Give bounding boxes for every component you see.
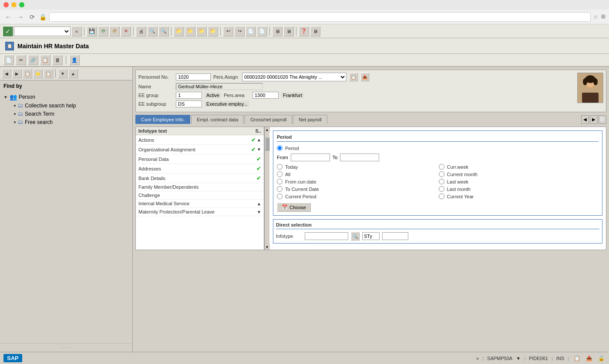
scroll-arrow-up[interactable]: ▲ [265, 127, 270, 132]
sty-input[interactable] [382, 232, 408, 240]
scroll-arrow-down[interactable]: ▼ [265, 244, 270, 250]
infotype-row-actions[interactable]: Actions ✔ ▲ [136, 135, 264, 145]
nav-left[interactable]: ◀ [2, 69, 11, 78]
choose-row: 📅 Choose [277, 203, 599, 212]
infotype-row-addresses[interactable]: Addresses ✔ [136, 164, 264, 174]
period-box: Period Period From To [273, 130, 602, 216]
nav-list[interactable]: 📋 [44, 69, 53, 78]
toolbar-save[interactable]: 💾 [87, 26, 97, 37]
delete-btn[interactable]: 🗑 [52, 55, 63, 65]
toolbar-back[interactable]: ↩ [223, 26, 233, 37]
choose-button[interactable]: 📅 Choose [277, 203, 311, 212]
close-button[interactable] [3, 2, 9, 7]
toolbar-print[interactable]: 🖨 [136, 26, 146, 37]
radio-currweek-input[interactable] [439, 164, 444, 170]
infotype-row-bank[interactable]: Bank Details ✔ [136, 174, 264, 183]
infotype-row-personal[interactable]: Personal Data ✔ [136, 154, 264, 164]
infotype-search-btn[interactable]: 🔍 [351, 232, 360, 240]
scroll-up-medical[interactable]: ▲ [257, 201, 261, 206]
toolbar-nav-prev[interactable]: « [71, 26, 82, 37]
nav-clipboard[interactable]: 📋 [23, 69, 32, 78]
user-btn[interactable]: 👤 [69, 55, 80, 65]
tree-item-collective[interactable]: 🗂 Collective search help [3, 101, 129, 110]
scroll-down-org[interactable]: ▼ [257, 147, 261, 152]
url-input[interactable] [49, 12, 591, 22]
toolbar-refresh1[interactable]: ⟳ [98, 26, 108, 37]
nav-star[interactable]: ⭐ [33, 69, 43, 78]
nav-right[interactable]: ▶ [12, 69, 22, 78]
toolbar-monitor1[interactable]: 🖥 [272, 26, 283, 37]
pers-assgn-btn1[interactable]: 📋 [349, 73, 358, 81]
infotype-row-medical[interactable]: Internal Medical Service ▲ [136, 200, 264, 208]
toolbar-folder3[interactable]: 📁 [196, 26, 207, 37]
scrollbar-thumb[interactable] [265, 137, 269, 150]
toolbar-refresh2[interactable]: ⟳ [109, 26, 120, 37]
new-btn[interactable]: 📄 [3, 55, 14, 65]
tree-item-person[interactable]: ▼ 👥 Person [3, 93, 129, 101]
toolbar-dropdown[interactable] [14, 27, 71, 36]
radio-currmonth-input[interactable] [439, 171, 444, 177]
main-content: ◀ ▶ 📋 ⭐ 📋 ▼ ▲ Find by ▼ 👥 Person 🗂 Colle… [0, 67, 609, 352]
radio-curryear-input[interactable] [439, 194, 444, 199]
toolbar-folder1[interactable]: 📁 [174, 26, 184, 37]
radio-all-input[interactable] [277, 171, 283, 177]
tab-empl-contract[interactable]: Empl. contract data [191, 115, 244, 124]
tree-item-search-term[interactable]: 🗂 Search Term [3, 110, 129, 118]
pers-assgn-btn2[interactable]: 📤 [360, 73, 369, 81]
radio-lastmonth-input[interactable] [439, 186, 444, 192]
system-dropdown-icon[interactable]: ▼ [516, 356, 521, 361]
reload-button[interactable]: ⟳ [28, 13, 37, 21]
status-upload-btn[interactable]: 📤 [585, 354, 593, 363]
period-radio[interactable] [277, 145, 283, 151]
nav-down[interactable]: ▼ [58, 69, 67, 78]
clipboard-btn[interactable]: 📋 [40, 55, 50, 65]
status-lock-btn[interactable]: 🔒 [597, 354, 606, 363]
back-button[interactable]: ← [3, 13, 13, 21]
maximize-button[interactable] [19, 2, 24, 7]
toolbar-forward[interactable]: ↪ [234, 26, 245, 37]
tab-net-payroll[interactable]: Net payroll [293, 115, 327, 124]
from-input[interactable] [291, 154, 330, 161]
infotype-family-label: Family Member/Dependents [138, 184, 199, 190]
toolbar-doc2[interactable]: 📄 [257, 26, 267, 37]
toolbar-find2[interactable]: 🔍 [158, 26, 169, 37]
infotype-row-maternity[interactable]: Maternity Protection/Parental Leave ▼ [136, 208, 264, 216]
nav-up[interactable]: ▲ [68, 69, 78, 78]
radio-tocurrdate-input[interactable] [277, 186, 283, 192]
toolbar-folder4[interactable]: 📁 [208, 26, 218, 37]
toolbar-doc1[interactable]: 📄 [246, 26, 256, 37]
radio-today-input[interactable] [277, 164, 283, 170]
radio-lastweek-input[interactable] [439, 179, 444, 184]
radio-currperiod-input[interactable] [277, 194, 283, 199]
infotype-row-family[interactable]: Family Member/Dependents [136, 183, 264, 191]
scroll-down-maternity[interactable]: ▼ [257, 210, 261, 214]
radio-fromcurrdate-input[interactable] [277, 179, 283, 184]
to-input[interactable] [340, 154, 379, 161]
toolbar-stop[interactable]: ✕ [121, 26, 131, 37]
tab-next-btn[interactable]: ▶ [590, 115, 598, 124]
tab-core-employee[interactable]: Core Employee Info. [135, 115, 190, 124]
infotype-row-challenge[interactable]: Challenge [136, 191, 264, 200]
infotype-row-org[interactable]: Organizational Assignment ✔ ▼ [136, 145, 264, 154]
tab-gross-net[interactable]: Gross/net payroll [245, 115, 292, 124]
toolbar-monitor3[interactable]: 🖥 [310, 26, 320, 37]
status-doc-btn[interactable]: 📋 [572, 354, 581, 363]
infotype-scrollbar[interactable]: ▲ ▼ [264, 127, 269, 250]
toolbar-find1[interactable]: 🔍 [147, 26, 158, 37]
copy-btn[interactable]: 🔗 [28, 55, 38, 65]
menu-button[interactable]: ≡ [601, 12, 606, 21]
toolbar-check-btn[interactable]: ✓ [3, 26, 13, 37]
forward-button[interactable]: → [16, 13, 25, 21]
minimize-button[interactable] [11, 2, 17, 7]
employee-photo [577, 73, 603, 103]
tab-prev-btn[interactable]: ◀ [581, 115, 589, 124]
edit-btn[interactable]: ✏ [16, 55, 26, 65]
scroll-up-actions[interactable]: ▲ [257, 137, 261, 142]
toolbar-folder2[interactable]: 📁 [185, 26, 195, 37]
tree-item-free-search[interactable]: 🗂 Free search [3, 118, 129, 126]
tab-expand-btn[interactable]: ⬜ [599, 115, 606, 124]
toolbar-help[interactable]: ❓ [299, 26, 309, 37]
infotype-input[interactable] [305, 232, 348, 240]
pers-assgn-dropdown[interactable]: 00001020 00001020 The Almighty ... [242, 73, 347, 81]
toolbar-monitor2[interactable]: 🖥 [283, 26, 294, 37]
